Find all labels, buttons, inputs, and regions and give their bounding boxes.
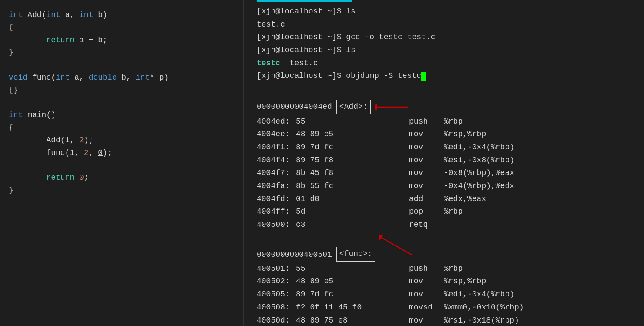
func-arrow: [379, 235, 414, 257]
terminal-output: [xjh@localhost ~]$ ls test.c [xjh@localh…: [257, 5, 635, 83]
terminal-line-2: test.c: [257, 18, 635, 31]
asm-row-4004fd: 4004fd: 01 d0 add %edx,%eax: [257, 193, 635, 206]
terminal-line-4: [xjh@localhost ~]$ ls: [257, 44, 635, 57]
cyan-bar: [257, 0, 352, 2]
code-line-9: int main(): [9, 109, 235, 121]
asm-row-400501: 400501: 55 push %rbp: [257, 262, 635, 276]
terminal-cursor: [421, 72, 426, 81]
add-label: <Add>:: [336, 100, 371, 114]
asm-row-40050d: 40050d: 48 89 75 e8 mov %rsi,-0x18(%rbp): [257, 314, 635, 326]
code-line-6: void func(int a, double b, int* p): [9, 71, 235, 84]
asm-row-400500: 400500: c3 retq: [257, 218, 635, 232]
code-line-3: return a + b;: [9, 34, 235, 47]
asm-row-400508: 400508: f2 0f 11 45 f0 movsd %xmm0,-0x10…: [257, 301, 635, 314]
add-asm-section: 00000000004004ed <Add>: 4004ed: 55 push …: [257, 87, 635, 232]
asm-row-4004fa: 4004fa: 8b 55 fc mov -0x4(%rbp),%edx: [257, 180, 635, 193]
asm-row-400502: 400502: 48 89 e5 mov %rsp,%rbp: [257, 275, 635, 288]
asm-row-4004f1: 4004f1: 89 7d fc mov %edi,-0x4(%rbp): [257, 141, 635, 154]
asm-row-4004f4: 4004f4: 89 75 f8 mov %esi,-0x8(%rbp): [257, 154, 635, 167]
code-line-12: func(1, 2, 0);: [9, 147, 235, 159]
terminal-line-3: [xjh@localhost ~]$ gcc -o testc test.c: [257, 31, 635, 44]
code-line-11: Add(1, 2);: [9, 134, 235, 147]
code-line-7: {}: [9, 84, 235, 97]
terminal-line-5: testc test.c: [257, 57, 635, 70]
add-arrow: [375, 101, 410, 113]
func-label: <func>:: [336, 247, 376, 262]
code-line-15: }: [9, 184, 235, 197]
svg-line-3: [382, 238, 412, 255]
asm-row-4004ed: 4004ed: 55 push %rbp: [257, 115, 635, 128]
code-line-1: int Add(int a, int b): [9, 9, 235, 21]
asm-row-4004ff: 4004ff: 5d pop %rbp: [257, 205, 635, 218]
func-asm-section: 0000000000400501 <func>: 400501: 55 push…: [257, 236, 635, 326]
terminal-line-6: [xjh@localhost ~]$ objdump -S testc: [257, 70, 635, 83]
code-line-4: }: [9, 46, 235, 59]
func-full-addr: 0000000000400501: [257, 249, 332, 262]
asm-row-4004f7: 4004f7: 8b 45 f8 mov -0x8(%rbp),%eax: [257, 167, 635, 180]
add-full-addr: 00000000004004ed: [257, 101, 332, 114]
asm-row-4004ee: 4004ee: 48 89 e5 mov %rsp,%rbp: [257, 128, 635, 141]
terminal-line-1: [xjh@localhost ~]$ ls: [257, 5, 635, 18]
code-line-10: {: [9, 121, 235, 134]
code-line-14: return 0;: [9, 171, 235, 184]
asm-row-400505: 400505: 89 7d fc mov %edi,-0x4(%rbp): [257, 288, 635, 301]
source-code-panel: int Add(int a, int b) { return a + b; } …: [0, 0, 244, 326]
code-line-2: {: [9, 21, 235, 34]
terminal-asm-panel: [xjh@localhost ~]$ ls test.c [xjh@localh…: [244, 0, 644, 326]
